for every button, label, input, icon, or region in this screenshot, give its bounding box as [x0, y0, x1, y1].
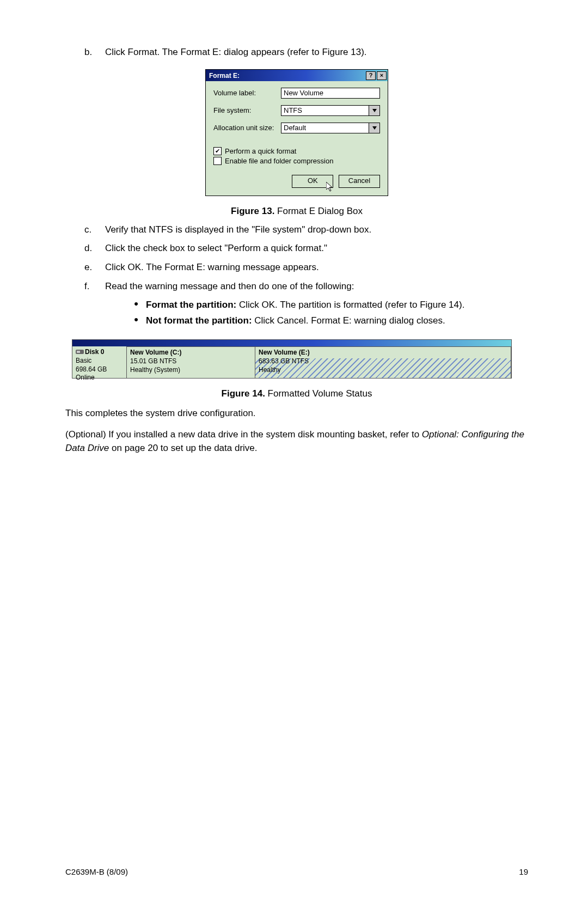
figure-14-text: Formatted Volume Status [265, 388, 372, 399]
volume-c-cell[interactable]: New Volume (C:) 15.01 GB NTFS Healthy (S… [127, 346, 255, 378]
footer-right: 19 [519, 867, 528, 876]
file-system-row: File system: NTFS [213, 105, 380, 116]
volume-label-input[interactable]: New Volume [281, 88, 380, 99]
cancel-button[interactable]: Cancel [339, 175, 380, 188]
file-system-select[interactable]: NTFS [281, 105, 369, 116]
bullet-bold: Format the partition: [146, 300, 236, 310]
quick-format-checkbox[interactable]: ✔ [213, 147, 222, 155]
dialog-title: Format E: [209, 72, 365, 80]
allocation-dropdown-icon[interactable] [369, 123, 380, 133]
figure-13-label: Figure 13. [231, 206, 274, 216]
page-footer: C2639M-B (8/09) 19 [65, 867, 528, 876]
volume-c-size: 15.01 GB NTFS [130, 357, 176, 365]
help-button[interactable]: ? [366, 71, 376, 80]
disk-manager-header-bar [72, 340, 511, 346]
volume-e-cell[interactable]: New Volume (E:) 683.63 GB NTFS Healthy [255, 346, 511, 378]
bullet-bold: Not format the partition: [146, 315, 252, 326]
allocation-label: Allocation unit size: [213, 124, 281, 132]
step-letter: c. [84, 223, 105, 237]
compression-label: Enable file and folder compression [225, 157, 333, 165]
figure-14: Figure 14. Formatted Volume Status [65, 388, 528, 399]
volume-c-health: Healthy (System) [130, 366, 180, 374]
bullet-dot: • [126, 298, 146, 312]
step-c: c. Verify that NTFS is displayed in the … [84, 223, 528, 237]
volume-label-row: Volume label: New Volume [213, 88, 380, 99]
disk-type: Basic [76, 357, 123, 365]
dialog-body: Volume label: New Volume File system: NT… [206, 81, 388, 196]
bullet-rest: Click OK. The partition is formatted (re… [236, 300, 464, 310]
disk-name-text: Disk 0 [85, 348, 104, 356]
step-letter: e. [84, 261, 105, 274]
step-text: Read the warning message and then do one… [105, 280, 528, 294]
disk-name: Disk 0 [76, 348, 123, 357]
quick-format-row: ✔ Perform a quick format [213, 147, 380, 155]
volume-e-size: 683.63 GB NTFS [259, 357, 309, 365]
para-optional-a: (Optional) If you installed a new data d… [65, 429, 422, 440]
step-text: Click Format. The Format E: dialog appea… [105, 46, 528, 59]
allocation-row: Allocation unit size: Default [213, 123, 380, 133]
svg-rect-1 [77, 351, 80, 353]
step-text: Click the check box to select "Perform a… [105, 242, 528, 255]
ok-button-label: OK [308, 176, 318, 185]
disk-manager-view: Disk 0 Basic 698.64 GB Online New Volume… [72, 339, 512, 379]
format-dialog: Format E: ? × Volume label: New Volume F… [205, 69, 388, 196]
step-f: f. Read the warning message and then do … [84, 280, 528, 294]
file-system-dropdown-icon[interactable] [369, 105, 380, 116]
bullet-rest: Click Cancel. Format E: warning dialog c… [252, 315, 445, 326]
document-page: b. Click Format. The Format E: dialog ap… [0, 0, 588, 909]
step-text: Verify that NTFS is displayed in the "Fi… [105, 223, 528, 237]
close-button[interactable]: × [377, 71, 387, 80]
disk-size: 698.64 GB [76, 365, 123, 374]
figure-14-caption: Figure 14. Formatted Volume Status [65, 388, 528, 399]
figure-13: Format E: ? × Volume label: New Volume F… [65, 69, 528, 217]
bullet-list: • Format the partition: Click OK. The pa… [126, 298, 528, 327]
file-system-label: File system: [213, 106, 281, 114]
figure-14-label: Figure 14. [222, 388, 265, 399]
step-b: b. Click Format. The Format E: dialog ap… [84, 46, 528, 59]
bullet-text: Not format the partition: Click Cancel. … [146, 314, 445, 328]
footer-left: C2639M-B (8/09) [65, 867, 128, 876]
step-e: e. Click OK. The Format E: warning messa… [84, 261, 528, 274]
disk-status: Online [76, 374, 123, 382]
para-complete: This completes the system drive configur… [65, 407, 528, 420]
volume-c-name: New Volume (C:) [130, 349, 181, 356]
allocation-select[interactable]: Default [281, 123, 369, 133]
bullet-text: Format the partition: Click OK. The part… [146, 298, 464, 312]
compression-row: Enable file and folder compression [213, 157, 380, 165]
figure-13-text: Format E Dialog Box [274, 206, 363, 216]
step-letter: d. [84, 242, 105, 255]
volume-e-health: Healthy [259, 366, 281, 374]
volume-label-label: Volume label: [213, 89, 281, 97]
disk-info-cell: Disk 0 Basic 698.64 GB Online [72, 346, 127, 378]
para-optional: (Optional) If you installed a new data d… [65, 428, 528, 455]
disk-icon [76, 349, 84, 355]
dialog-titlebar: Format E: ? × [206, 70, 388, 81]
disk-row: Disk 0 Basic 698.64 GB Online New Volume… [72, 346, 511, 378]
volume-e-name: New Volume (E:) [259, 349, 310, 356]
bullet-not-format: • Not format the partition: Click Cancel… [126, 314, 528, 328]
figure-13-caption: Figure 13. Format E Dialog Box [65, 206, 528, 217]
step-letter: b. [84, 46, 105, 59]
bullet-dot: • [126, 314, 146, 328]
step-letter: f. [84, 280, 105, 294]
step-d: d. Click the check box to select "Perfor… [84, 242, 528, 255]
compression-checkbox[interactable] [213, 157, 222, 165]
step-text: Click OK. The Format E: warning message … [105, 261, 528, 274]
dialog-buttons: OK Cancel [213, 175, 380, 188]
quick-format-label: Perform a quick format [225, 147, 297, 155]
para-optional-b: on page 20 to set up the data drive. [109, 443, 257, 453]
cursor-icon [326, 182, 335, 192]
bullet-format: • Format the partition: Click OK. The pa… [126, 298, 528, 312]
ok-button[interactable]: OK [292, 175, 333, 188]
